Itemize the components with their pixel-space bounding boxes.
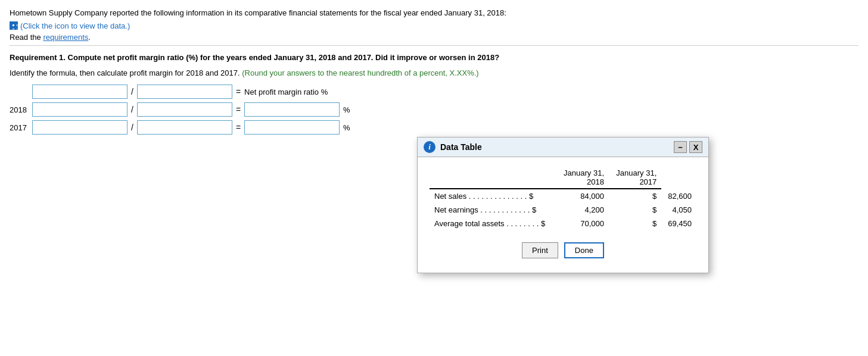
result-input-2017[interactable] bbox=[244, 120, 340, 135]
formula-header-row: / = Net profit margin ratio % bbox=[10, 85, 858, 99]
net-profit-label: Net profit margin ratio % bbox=[244, 88, 328, 96]
req-text: Compute net profit margin ratio (%) for … bbox=[68, 53, 500, 62]
requirement-header: Requirement 1. Compute net profit margin… bbox=[10, 52, 858, 64]
modal-close-button[interactable]: X bbox=[689, 141, 702, 146]
formula-input1-2018[interactable] bbox=[32, 102, 127, 117]
divider-char-2017: / bbox=[131, 123, 133, 132]
equals-2017: = bbox=[236, 123, 241, 132]
equals-header: = bbox=[236, 87, 241, 96]
modal-minimize-button[interactable]: − bbox=[674, 141, 687, 146]
formula-input1-2017[interactable] bbox=[32, 120, 127, 135]
green-note: (Round your answers to the nearest hundr… bbox=[242, 68, 478, 77]
formula-row-2018: 2018 / = % bbox=[10, 102, 858, 117]
info-icon: i bbox=[424, 141, 435, 146]
percent-label-2018: % bbox=[343, 105, 350, 114]
year-label-2018: 2018 bbox=[10, 105, 29, 114]
modal-header: i Data Table − X bbox=[418, 138, 708, 146]
divider-char-2018: / bbox=[131, 105, 133, 114]
percent-label-2017: % bbox=[343, 123, 350, 132]
equals-2018: = bbox=[236, 105, 241, 114]
formula-input2-2018[interactable] bbox=[137, 102, 232, 117]
read-req-line: Read the requirements. bbox=[10, 33, 858, 42]
formula-row-2017: 2017 / = % bbox=[10, 120, 858, 135]
req-label: Requirement 1. bbox=[10, 53, 66, 62]
divider bbox=[10, 45, 858, 46]
identify-main: Identify the formula, then calculate pro… bbox=[10, 68, 242, 77]
identify-text: Identify the formula, then calculate pro… bbox=[10, 67, 858, 79]
data-table-modal: i Data Table − X January 31, January 31,… bbox=[417, 137, 709, 146]
formula-input1-header[interactable] bbox=[32, 85, 127, 99]
read-label: Read the bbox=[10, 33, 43, 42]
formula-area: / = Net profit margin ratio % 2018 / = %… bbox=[10, 85, 858, 135]
icon-link-label: (Click the icon to view the data.) bbox=[20, 21, 130, 30]
formula-input2-header[interactable] bbox=[137, 85, 232, 99]
modal-controls: − X bbox=[674, 141, 702, 146]
result-input-2018[interactable] bbox=[244, 102, 340, 117]
grid-icon bbox=[10, 21, 18, 30]
modal-header-left: i Data Table bbox=[424, 141, 482, 146]
modal-title: Data Table bbox=[440, 142, 482, 146]
divider-char-header: / bbox=[131, 87, 133, 96]
intro-text: Hometown Supply Company reported the fol… bbox=[10, 7, 858, 19]
click-icon-link[interactable]: (Click the icon to view the data.) bbox=[10, 21, 130, 30]
requirements-link[interactable]: requirements bbox=[43, 33, 88, 42]
year-label-2017: 2017 bbox=[10, 123, 29, 132]
formula-input2-2017[interactable] bbox=[137, 120, 232, 135]
